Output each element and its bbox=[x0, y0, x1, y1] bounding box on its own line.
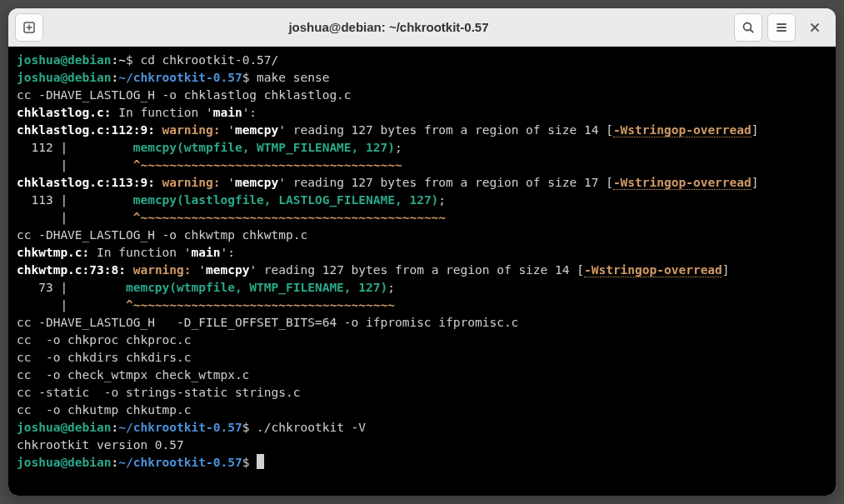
terminal-line: joshua@debian:~/chkrootkit-0.57$ bbox=[17, 454, 827, 472]
titlebar-right bbox=[734, 13, 829, 42]
terminal-line: chklastlog.c: In function 'main': bbox=[17, 104, 827, 122]
terminal-line: cc -o chkproc chkproc.c bbox=[17, 332, 827, 349]
terminal-line: chkwtmp.c:73:8: warning: 'memcpy' readin… bbox=[17, 262, 827, 279]
menu-button[interactable] bbox=[767, 13, 796, 42]
terminal-line: cc -o chkutmp chkutmp.c bbox=[17, 402, 827, 419]
new-tab-button[interactable] bbox=[15, 13, 43, 42]
command-text: ./chkrootkit -V bbox=[249, 421, 366, 434]
terminal-line: joshua@debian:~$ cd chkrootkit-0.57/ bbox=[17, 52, 827, 69]
terminal-line: chklastlog.c:113:9: warning: 'memcpy' re… bbox=[17, 174, 827, 192]
terminal-line: chkrootkit version 0.57 bbox=[17, 437, 827, 454]
terminal-line: 112 | memcpy(wtmpfile, WTMP_FILENAME, 12… bbox=[17, 139, 827, 157]
terminal-line: 113 | memcpy(lastlogfile, LASTLOG_FILENA… bbox=[17, 192, 827, 209]
terminal-line: | ^~~~~~~~~~~~~~~~~~~~~~~~~~~~~~~~~~~~~~… bbox=[17, 209, 827, 227]
terminal-line: cc -DHAVE_LASTLOG_H -D_FILE_OFFSET_BITS=… bbox=[17, 314, 827, 332]
terminal-line: cc -o chkdirs chkdirs.c bbox=[17, 349, 827, 367]
terminal-line: joshua@debian:~/chkrootkit-0.57$ make se… bbox=[17, 69, 827, 87]
terminal-line: cc -DHAVE_LASTLOG_H -o chklastlog chklas… bbox=[17, 87, 827, 104]
plus-icon bbox=[22, 21, 36, 34]
terminal-line: cc -DHAVE_LASTLOG_H -o chkwtmp chkwtmp.c bbox=[17, 227, 827, 244]
terminal-line: cc -o check_wtmpx check_wtmpx.c bbox=[17, 367, 827, 384]
terminal-line: | ^~~~~~~~~~~~~~~~~~~~~~~~~~~~~~~~~~~~~ bbox=[17, 157, 827, 174]
version-output: chkrootkit version 0.57 bbox=[17, 438, 184, 452]
search-icon bbox=[742, 21, 755, 34]
terminal-line: | ^~~~~~~~~~~~~~~~~~~~~~~~~~~~~~~~~~~~~ bbox=[17, 297, 827, 314]
command-text: make sense bbox=[249, 71, 329, 84]
terminal-line: chkwtmp.c: In function 'main': bbox=[17, 244, 827, 262]
hamburger-icon bbox=[775, 21, 788, 34]
prompt-path: ~/chkrootkit-0.57 bbox=[118, 71, 242, 84]
close-button[interactable] bbox=[801, 13, 829, 42]
command-text: cd chkrootkit-0.57/ bbox=[133, 53, 279, 67]
search-button[interactable] bbox=[734, 13, 762, 42]
warning-label: warning: bbox=[162, 123, 228, 137]
titlebar: joshua@debian: ~/chkrootkit-0.57 bbox=[8, 8, 836, 47]
prompt-user: joshua@debian bbox=[17, 53, 112, 67]
terminal-content[interactable]: joshua@debian:~$ cd chkrootkit-0.57/ jos… bbox=[8, 47, 836, 496]
terminal-cursor bbox=[257, 454, 264, 469]
terminal-line: joshua@debian:~/chkrootkit-0.57$ ./chkro… bbox=[17, 419, 827, 437]
compiler-option: -Wstringop-overread bbox=[613, 123, 752, 137]
terminal-window: joshua@debian: ~/chkrootkit-0.57 joshua@… bbox=[8, 8, 836, 496]
close-icon bbox=[809, 22, 821, 33]
window-title: joshua@debian: ~/chkrootkit-0.57 bbox=[43, 20, 734, 34]
terminal-line: chklastlog.c:112:9: warning: 'memcpy' re… bbox=[17, 122, 827, 139]
terminal-line: 73 | memcpy(wtmpfile, WTMP_FILENAME, 127… bbox=[17, 279, 827, 297]
terminal-line: cc -static -o strings-static strings.c bbox=[17, 384, 827, 402]
